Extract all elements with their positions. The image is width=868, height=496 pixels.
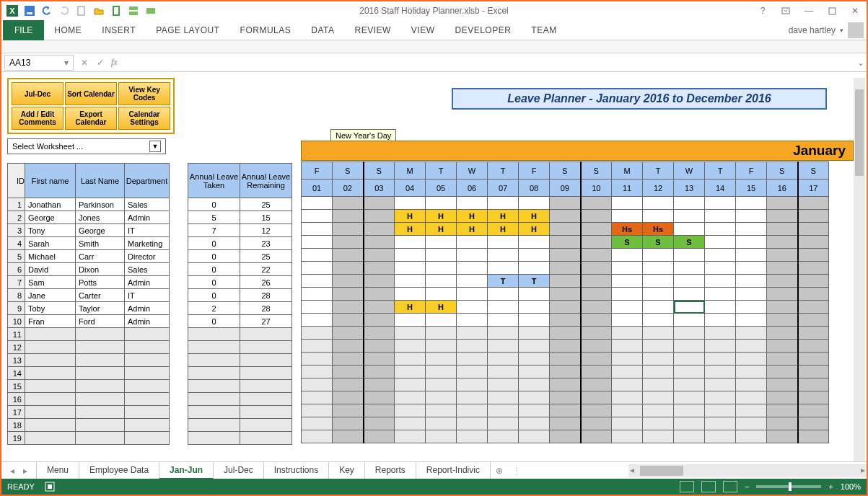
calendar-cell[interactable]	[767, 340, 798, 353]
panel-button-add-edit-comments[interactable]: Add / Edit Comments	[12, 107, 63, 130]
calendar-cell[interactable]	[457, 378, 488, 391]
calendar-cell[interactable]	[643, 288, 674, 301]
calendar-cell[interactable]	[612, 301, 643, 314]
calendar-cell[interactable]	[612, 210, 643, 223]
calendar-cell[interactable]	[426, 249, 457, 262]
calendar-cell[interactable]: H	[426, 210, 457, 223]
calendar-cell[interactable]	[395, 275, 426, 288]
calendar-cell[interactable]	[302, 366, 333, 378]
calendar-cell[interactable]	[705, 417, 736, 430]
calendar-cell[interactable]	[798, 249, 829, 262]
calendar-cell[interactable]	[581, 197, 612, 210]
calendar-cell[interactable]	[550, 391, 581, 404]
calendar-cell[interactable]	[736, 314, 767, 327]
sheet-tab-key[interactable]: Key	[329, 462, 365, 479]
calendar-cell[interactable]	[612, 197, 643, 210]
calendar-cell[interactable]	[767, 366, 798, 378]
calendar-cell[interactable]	[333, 275, 364, 288]
calendar-cell[interactable]	[457, 262, 488, 275]
calendar-cell[interactable]	[674, 404, 705, 417]
calendar-row[interactable]	[302, 417, 829, 430]
calendar-cell[interactable]	[519, 353, 550, 366]
calendar-cell[interactable]	[333, 236, 364, 249]
table-row[interactable]	[188, 432, 292, 445]
calendar-cell[interactable]	[457, 288, 488, 301]
calendar-cell[interactable]	[302, 417, 333, 430]
calendar-cell[interactable]	[519, 314, 550, 327]
normal-view-icon[interactable]	[680, 481, 694, 492]
calendar-cell[interactable]	[302, 391, 333, 404]
calendar-cell[interactable]	[643, 301, 674, 314]
calendar-cell[interactable]	[705, 353, 736, 366]
calendar-cell[interactable]	[612, 314, 643, 327]
avatar[interactable]	[848, 22, 864, 38]
calendar-cell[interactable]	[767, 262, 798, 275]
calendar-cell[interactable]	[581, 314, 612, 327]
calendar-cell[interactable]	[798, 210, 829, 223]
calendar-cell[interactable]	[457, 249, 488, 262]
calendar-cell[interactable]	[457, 417, 488, 430]
calendar-cell[interactable]	[705, 340, 736, 353]
calendar-cell[interactable]	[581, 327, 612, 340]
calendar-cell[interactable]	[550, 378, 581, 391]
calendar-cell[interactable]	[736, 417, 767, 430]
calendar-cell[interactable]	[581, 262, 612, 275]
calendar-cell[interactable]	[395, 197, 426, 210]
calendar-cell[interactable]	[581, 404, 612, 417]
table-row[interactable]: 9TobyTaylorAdmin	[8, 302, 170, 315]
table-row[interactable]: 712	[188, 224, 292, 237]
calendar-cell[interactable]	[488, 417, 519, 430]
calendar-cell[interactable]	[550, 249, 581, 262]
calendar-cell[interactable]	[364, 327, 395, 340]
ribbon-tab-team[interactable]: TEAM	[521, 20, 566, 40]
calendar-cell[interactable]	[612, 340, 643, 353]
user-name[interactable]: dave hartley	[789, 25, 836, 35]
calendar-row[interactable]	[302, 197, 829, 210]
calendar-cell[interactable]	[674, 210, 705, 223]
calendar-cell[interactable]	[798, 262, 829, 275]
tab-nav-next-icon[interactable]: ▸	[19, 466, 32, 476]
table-row[interactable]: 4SarahSmithMarketing	[8, 237, 170, 250]
panel-button-sort-calendar[interactable]: Sort Calendar	[65, 82, 117, 105]
calendar-cell[interactable]	[457, 197, 488, 210]
calendar-cell[interactable]	[674, 275, 705, 288]
calendar-cell[interactable]	[736, 249, 767, 262]
calendar-cell[interactable]	[333, 404, 364, 417]
calendar-row[interactable]	[302, 314, 829, 327]
vertical-scrollbar[interactable]	[854, 78, 865, 461]
save-icon[interactable]	[22, 3, 38, 19]
calendar-cell[interactable]	[457, 430, 488, 443]
calendar-cell[interactable]	[333, 288, 364, 301]
calendar-cell[interactable]	[364, 197, 395, 210]
page-layout-view-icon[interactable]	[701, 481, 716, 492]
panel-button-view-key-codes[interactable]: View Key Codes	[118, 82, 170, 105]
calendar-cell[interactable]	[333, 391, 364, 404]
calendar-row[interactable]: HHHHHHsHs	[302, 223, 829, 236]
calendar-cell[interactable]	[395, 249, 426, 262]
calendar-cell[interactable]	[488, 340, 519, 353]
calendar-cell[interactable]	[519, 262, 550, 275]
table-row[interactable]: 11	[8, 328, 170, 341]
calendar-cell[interactable]	[767, 404, 798, 417]
calendar-cell[interactable]	[364, 223, 395, 236]
calendar-cell[interactable]	[736, 340, 767, 353]
sheet-tab-jul-dec[interactable]: Jul-Dec	[214, 462, 264, 479]
calendar-cell[interactable]	[612, 275, 643, 288]
table-row[interactable]: 027	[188, 315, 292, 328]
calendar-cell[interactable]	[736, 404, 767, 417]
calendar-cell[interactable]	[426, 288, 457, 301]
calendar-cell[interactable]	[426, 391, 457, 404]
calendar-cell[interactable]	[519, 366, 550, 378]
calendar-cell[interactable]	[581, 378, 612, 391]
calendar-cell[interactable]	[333, 378, 364, 391]
calendar-cell[interactable]	[550, 353, 581, 366]
table-row[interactable]: 13	[8, 354, 170, 367]
calendar-cell[interactable]: H	[519, 210, 550, 223]
calendar-cell[interactable]	[767, 417, 798, 430]
calendar-cell[interactable]	[333, 340, 364, 353]
calendar-row[interactable]: HHHHH	[302, 210, 829, 223]
calendar-cell[interactable]	[581, 210, 612, 223]
calendar-cell[interactable]	[798, 223, 829, 236]
calendar-row[interactable]	[302, 378, 829, 391]
calendar-cell[interactable]	[333, 262, 364, 275]
